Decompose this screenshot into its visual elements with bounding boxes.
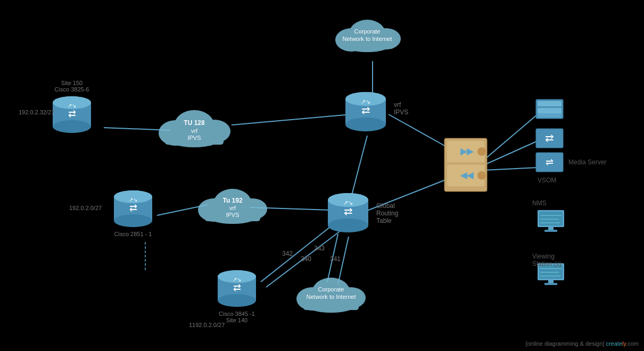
svg-text:↗↘: ↗↘ bbox=[129, 197, 137, 203]
svg-text:⇄: ⇄ bbox=[545, 132, 554, 144]
legend-icon1-shape bbox=[535, 98, 564, 120]
svg-rect-101 bbox=[544, 283, 557, 285]
network-diagram: Corporate Network to Internet TU 128 vrf… bbox=[0, 0, 644, 351]
svg-text:vrf: vrf bbox=[191, 128, 198, 134]
vsom-sublabel: VSOM bbox=[538, 177, 556, 184]
cloud-top-shape: Corporate Network to Internet bbox=[325, 8, 410, 56]
firewall-icon: ▶▶ ◀◀ bbox=[442, 136, 490, 194]
legend-icon2: ⇄ bbox=[535, 128, 564, 151]
branding: [online diagramming & design] creately.c… bbox=[525, 340, 639, 347]
svg-rect-86 bbox=[538, 113, 562, 118]
viewing-station-label-text: Viewing Station (s) bbox=[532, 253, 562, 268]
svg-rect-84 bbox=[538, 101, 562, 106]
nms-label-text: NMS bbox=[532, 199, 547, 207]
cloud-tu128: TU 128 vrf IPVS bbox=[152, 98, 237, 152]
global-routing-table-label: GlobalRoutingTable bbox=[376, 202, 398, 224]
cloud-tu192-shape: Tu 192 vrf IPVS bbox=[192, 178, 274, 229]
cisco2851-label: Cisco 2851 - 1 bbox=[114, 231, 152, 237]
svg-text:vrf: vrf bbox=[229, 205, 236, 211]
vsom-icon-shape: ⇌ bbox=[535, 152, 564, 173]
router-site150: Site 150 Cisco 3825-6 ⇄ ↗↘ 192.0.2.32/27 bbox=[51, 80, 93, 135]
cloud-tu128-shape: TU 128 vrf IPVS bbox=[152, 98, 237, 152]
svg-text:⇄: ⇄ bbox=[344, 205, 353, 217]
svg-rect-85 bbox=[538, 108, 562, 113]
label-343: 343 bbox=[314, 245, 325, 252]
svg-text:↗↘: ↗↘ bbox=[343, 199, 353, 206]
router-central-mid-icon: ⇄ ↗↘ bbox=[326, 191, 371, 234]
router-site150-sublabel: 192.0.2.32/27 bbox=[19, 109, 54, 115]
svg-point-48 bbox=[53, 120, 91, 133]
svg-text:⇄: ⇄ bbox=[68, 108, 76, 119]
svg-text:↗↘: ↗↘ bbox=[68, 103, 76, 108]
svg-rect-20 bbox=[341, 41, 394, 49]
svg-text:◀◀: ◀◀ bbox=[460, 171, 474, 180]
svg-line-12 bbox=[484, 114, 538, 160]
svg-text:TU 128: TU 128 bbox=[184, 119, 205, 127]
router-site150-label: Site 150 Cisco 3825-6 bbox=[55, 80, 89, 93]
svg-point-54 bbox=[114, 214, 152, 227]
legend-viewing-station: Viewing Station (s) bbox=[535, 261, 569, 290]
svg-rect-94 bbox=[544, 230, 557, 232]
svg-text:▶▶: ▶▶ bbox=[460, 147, 474, 156]
router-cisco2851-icon: ⇄ ↗↘ bbox=[112, 189, 154, 229]
router-central-mid: ⇄ ↗↘ GlobalRoutingTable bbox=[326, 191, 371, 234]
legend-nms: NMS bbox=[535, 207, 569, 237]
svg-rect-92 bbox=[539, 212, 563, 225]
svg-point-72 bbox=[218, 294, 256, 307]
label-342: 342 bbox=[282, 250, 293, 257]
svg-line-3 bbox=[232, 114, 351, 125]
svg-line-14 bbox=[484, 168, 538, 170]
router-central-top-icon: ⇄ ↗↘ bbox=[343, 90, 389, 133]
svg-text:↗↘: ↗↘ bbox=[233, 277, 241, 282]
firewall-device: ▶▶ ◀◀ bbox=[442, 136, 490, 194]
vrf-ipvs-label: vrfIPVS bbox=[394, 101, 408, 116]
branding-prefix: [online diagramming & design] bbox=[525, 340, 606, 347]
cisco2851-sublabel: 192.0.2.0/27 bbox=[69, 205, 102, 211]
cloud-top-corporate: Corporate Network to Internet bbox=[325, 8, 410, 56]
svg-point-66 bbox=[328, 219, 368, 232]
svg-line-6 bbox=[351, 136, 367, 197]
router-cisco3845-icon: ⇄ ↗↘ bbox=[216, 269, 258, 308]
svg-point-80 bbox=[477, 171, 486, 180]
svg-text:Tu 192: Tu 192 bbox=[222, 197, 242, 204]
router-cisco2851: ⇄ ↗↘ Cisco 2851 - 1 192.0.2.0/27 bbox=[112, 189, 154, 237]
svg-text:⇌: ⇌ bbox=[546, 157, 554, 168]
legend-icon1 bbox=[535, 98, 564, 122]
legend-icon2-shape: ⇄ bbox=[535, 128, 564, 149]
svg-text:IPVS: IPVS bbox=[226, 212, 239, 218]
cloud-corp-bottom-shape: Corporate Network to Internet bbox=[290, 267, 373, 317]
svg-text:IPVS: IPVS bbox=[187, 135, 201, 141]
svg-text:⇄: ⇄ bbox=[233, 282, 241, 293]
svg-text:Corporate: Corporate bbox=[318, 286, 344, 292]
svg-text:⇄: ⇄ bbox=[129, 203, 137, 213]
svg-line-7 bbox=[362, 178, 450, 213]
router-site150-icon: ⇄ ↗↘ bbox=[51, 95, 93, 135]
svg-text:Network to Internet: Network to Internet bbox=[343, 36, 392, 42]
svg-rect-43 bbox=[303, 302, 359, 310]
nms-icon-shape bbox=[535, 207, 569, 237]
legend-vsom: ⇌ Media Server bbox=[535, 152, 606, 173]
vsom-label: Media Server bbox=[568, 158, 606, 166]
svg-text:Corporate: Corporate bbox=[354, 28, 381, 35]
svg-text:Network to Internet: Network to Internet bbox=[307, 294, 356, 300]
svg-text:↗↘: ↗↘ bbox=[361, 98, 370, 105]
label-341: 341 bbox=[330, 255, 341, 263]
svg-text:⇄: ⇄ bbox=[361, 104, 370, 116]
router-central-top: ⇄ ↗↘ vrfIPVS bbox=[343, 90, 389, 133]
branding-create: create bbox=[606, 340, 622, 347]
svg-line-13 bbox=[484, 141, 538, 165]
svg-point-60 bbox=[345, 118, 386, 131]
svg-point-79 bbox=[477, 147, 486, 156]
cloud-tu192: Tu 192 vrf IPVS bbox=[192, 178, 274, 229]
router-cisco3845: ⇄ ↗↘ Cisco 3845 -1 Site 140 1192.0.2.0/2… bbox=[216, 269, 258, 323]
branding-suffix: .com bbox=[626, 340, 639, 347]
label-340: 340 bbox=[301, 255, 311, 263]
cloud-corp-bottom: Corporate Network to Internet bbox=[290, 267, 373, 317]
cisco3845-sublabel: 1192.0.2.0/27 bbox=[189, 322, 225, 328]
